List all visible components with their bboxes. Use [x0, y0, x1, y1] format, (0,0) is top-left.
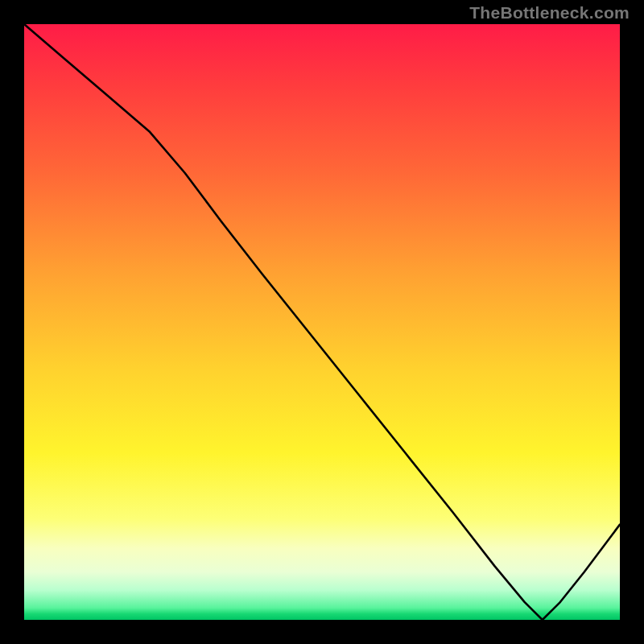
chart-frame: TheBottleneck.com — [0, 0, 644, 644]
background-gradient — [24, 24, 620, 620]
watermark-text: TheBottleneck.com — [469, 3, 630, 23]
plot-area — [24, 24, 620, 620]
plot-inner — [24, 24, 620, 620]
